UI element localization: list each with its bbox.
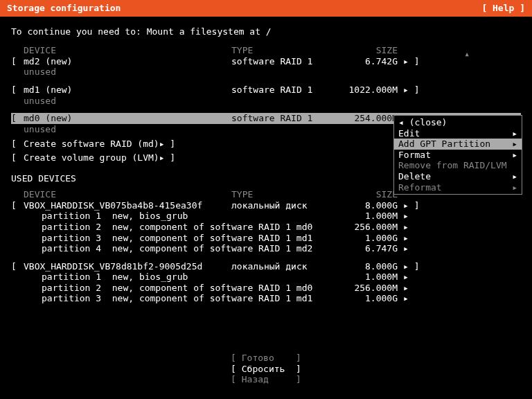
- chevron-right-icon: ▸: [398, 211, 418, 222]
- menu-item[interactable]: Delete▸: [394, 171, 522, 182]
- device-status: unused: [11, 96, 521, 107]
- chevron-right-icon: ▸: [159, 152, 165, 163]
- menu-close[interactable]: ◂ (close): [394, 117, 522, 128]
- chevron-right-icon: ▸ ]: [398, 56, 418, 67]
- done-button[interactable]: [ Готово ]: [0, 353, 532, 364]
- partition-row[interactable]: partition 1 new, bios_grub1.000M▸: [11, 211, 521, 222]
- reset-button[interactable]: [ Сбросить ]: [0, 364, 532, 375]
- partition-row[interactable]: partition 2 new, component of software R…: [11, 222, 521, 233]
- menu-item: Remove from RAID/LVM: [394, 160, 522, 171]
- menu-item: Reformat▸: [394, 182, 522, 193]
- chevron-right-icon: ▸: [512, 182, 517, 193]
- header-bar: Storage configuration [ Help ]: [0, 0, 532, 17]
- chevron-right-icon: ▸ ]: [398, 261, 418, 272]
- chevron-right-icon: ▸: [398, 222, 418, 233]
- help-button[interactable]: [ Help ]: [481, 3, 525, 14]
- available-device-row[interactable]: [ md2 (new)software RAID 16.742G▸ ]: [11, 56, 521, 67]
- chevron-right-icon: ▸: [398, 272, 418, 283]
- instruction-text: To continue you need to: Mount a filesys…: [11, 26, 521, 37]
- chevron-right-icon: ▸: [512, 139, 517, 150]
- chevron-right-icon: ▸: [512, 128, 517, 139]
- header-title: Storage configuration: [7, 3, 121, 14]
- chevron-right-icon: ▸: [398, 243, 418, 254]
- chevron-right-icon: ▸: [398, 283, 418, 294]
- available-column-header: DEVICE TYPE SIZE: [11, 45, 521, 56]
- footer-buttons: [ Готово ] [ Сбросить ] [ Назад ]: [0, 353, 532, 385]
- device-status: unused: [11, 66, 521, 78]
- available-device-row[interactable]: [ md1 (new)software RAID 11022.000M▸ ]: [11, 85, 521, 96]
- used-device-row[interactable]: [ VBOX_HARDDISK_VB075ba4b8-415ea30fлокал…: [11, 200, 521, 211]
- chevron-right-icon: ▸: [159, 139, 165, 150]
- used-device-row[interactable]: [ VBOX_HARDDISK_VB78d81bf2-9005d25dлокал…: [11, 261, 521, 272]
- chevron-right-icon: ▸: [512, 150, 517, 161]
- partition-row[interactable]: partition 3 new, component of software R…: [11, 233, 521, 244]
- menu-item[interactable]: Edit▸: [394, 128, 522, 139]
- device-context-menu[interactable]: ◂ (close) Edit▸Add GPT Partition▸Format▸…: [393, 115, 522, 195]
- menu-item[interactable]: Format▸: [394, 150, 522, 161]
- partition-row[interactable]: partition 4 new, component of software R…: [11, 243, 521, 254]
- chevron-right-icon: ▸: [512, 171, 517, 182]
- chevron-right-icon: ▸ ]: [398, 200, 418, 211]
- menu-item[interactable]: Add GPT Partition▸: [394, 139, 522, 150]
- scroll-up-indicator: ▴: [464, 48, 470, 60]
- partition-row[interactable]: partition 3 new, component of software R…: [11, 293, 521, 304]
- chevron-right-icon: ▸: [398, 233, 418, 244]
- back-button[interactable]: [ Назад ]: [0, 374, 532, 385]
- chevron-right-icon: ▸: [398, 293, 418, 304]
- partition-row[interactable]: partition 1 new, bios_grub1.000M▸: [11, 272, 521, 283]
- partition-row[interactable]: partition 2 new, component of software R…: [11, 283, 521, 294]
- chevron-right-icon: ▸ ]: [398, 85, 418, 96]
